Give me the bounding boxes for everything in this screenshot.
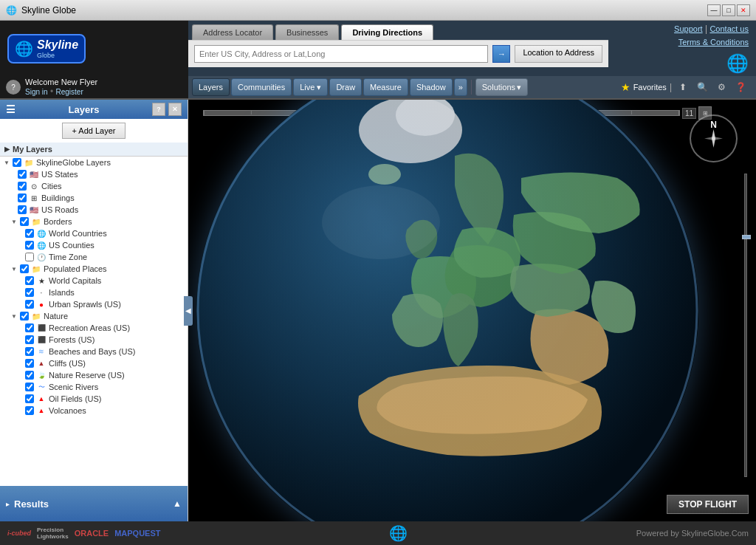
cities-checkbox[interactable]	[18, 182, 27, 191]
support-link[interactable]: Support	[674, 24, 703, 33]
more-tools-button[interactable]: »	[454, 78, 467, 96]
forests-icon: ⬛	[36, 335, 47, 345]
skylineglobe-layers-checkbox[interactable]	[13, 158, 21, 167]
powered-by-text: Powered by SkylineGlobe.Com	[636, 529, 749, 538]
oil-fields-icon: ▲	[36, 394, 47, 404]
terms-link[interactable]: Terms & Conditions	[678, 38, 749, 47]
help-icon[interactable]: ❓	[732, 79, 749, 95]
compass[interactable]: N	[690, 114, 738, 162]
us-states-icon: 🇺🇸	[29, 169, 39, 179]
us-states-checkbox[interactable]	[18, 170, 27, 179]
location-to-address-button[interactable]: Location to Address	[515, 45, 602, 63]
results-collapse-icon[interactable]: ▲	[173, 498, 182, 509]
nature-reserve-checkbox[interactable]	[25, 371, 34, 380]
nav-tabs: Address Locator Businesses Driving Direc…	[188, 21, 608, 40]
zoom-track[interactable]	[744, 174, 747, 477]
oil-fields-checkbox[interactable]	[25, 394, 34, 403]
search-input[interactable]	[194, 45, 488, 63]
welcome-text: Welcome New Flyer	[25, 78, 97, 86]
bottom-bar: i-cubed PrecisionLightworks ORACLE MAPQU…	[0, 521, 756, 545]
layers-close-icon[interactable]: ✕	[168, 103, 182, 116]
layer-borders-group: ▼ 📁 Borders	[0, 216, 188, 227]
volcanoes-label: Volcanoes	[49, 406, 86, 415]
minimize-button[interactable]: —	[707, 4, 721, 16]
globe-view[interactable]: 11 ⊞	[188, 100, 756, 521]
stop-flight-button[interactable]: STOP FLIGHT	[667, 495, 749, 514]
islands-checkbox[interactable]	[25, 288, 34, 297]
cliffs-icon: ▲	[36, 358, 47, 369]
recreation-areas-checkbox[interactable]	[25, 323, 34, 332]
draw-tool-button[interactable]: Draw	[329, 78, 362, 96]
layers-help-icon[interactable]: ?	[152, 103, 165, 116]
world-capitals-icon: ★	[36, 275, 47, 286]
close-button[interactable]: ✕	[737, 4, 750, 16]
cities-icon: ⊙	[29, 181, 39, 191]
communities-tool-button[interactable]: Communities	[231, 78, 292, 96]
zoom-thumb[interactable]	[742, 235, 751, 239]
live-tool-button[interactable]: Live ▾	[293, 78, 328, 96]
zoom-slider[interactable]	[741, 174, 750, 477]
scenic-rivers-checkbox[interactable]	[25, 383, 34, 391]
favorites-star-icon: ★	[621, 81, 630, 93]
us-roads-checkbox[interactable]	[18, 205, 27, 214]
cliffs-checkbox[interactable]	[25, 359, 34, 368]
nature-checkbox[interactable]	[20, 312, 29, 321]
world-capitals-checkbox[interactable]	[25, 276, 34, 285]
add-layer-button[interactable]: + Add Layer	[62, 123, 125, 139]
us-counties-checkbox[interactable]	[25, 241, 34, 250]
nav-globe-icon: 🌐	[726, 53, 749, 73]
shadow-tool-button[interactable]: Shadow	[410, 78, 453, 96]
signin-links: Sign in • Register	[25, 86, 97, 97]
volcanoes-checkbox[interactable]	[25, 406, 34, 415]
urban-sprawls-checkbox[interactable]	[25, 300, 34, 309]
forests-checkbox[interactable]	[25, 335, 34, 344]
titlebar-controls[interactable]: — □ ✕	[707, 4, 750, 16]
buildings-checkbox[interactable]	[18, 193, 27, 202]
register-link[interactable]: Register	[55, 88, 83, 96]
us-counties-label: US Counties	[49, 241, 94, 250]
my-layers-triangle[interactable]: ▶	[4, 145, 10, 153]
layers-panel-icon: ☰	[6, 103, 16, 115]
logo-text-area: Skyline Globe	[37, 38, 78, 59]
maximize-button[interactable]: □	[722, 4, 735, 16]
tab-address-locator[interactable]: Address Locator	[192, 24, 273, 40]
search-go-button[interactable]: →	[492, 45, 510, 63]
settings-icon[interactable]: ⚙	[713, 79, 729, 95]
layers-tool-button[interactable]: Layers	[192, 78, 230, 96]
upload-icon[interactable]: ⬆	[675, 79, 691, 95]
logo: 🌐 Skyline Globe	[7, 34, 86, 64]
globe[interactable]	[196, 100, 698, 521]
us-roads-label: US Roads	[41, 205, 78, 214]
borders-checkbox[interactable]	[20, 217, 29, 226]
oil-fields-label: Oil Fields (US)	[49, 394, 102, 403]
group-expand-icon[interactable]: ▼	[3, 159, 10, 166]
layer-cliffs: ▲ Cliffs (US)	[0, 357, 188, 369]
favorites-label[interactable]: Favorites	[633, 83, 667, 92]
populated-places-checkbox[interactable]	[20, 264, 29, 273]
logo-globe-icon: 🌐	[15, 40, 33, 58]
solutions-button[interactable]: Solutions ▾	[475, 78, 528, 96]
nature-expand-icon[interactable]: ▼	[10, 312, 18, 320]
islands-icon: ·	[36, 287, 47, 298]
beaches-bays-checkbox[interactable]	[25, 347, 34, 356]
measure-tool-button[interactable]: Measure	[363, 78, 408, 96]
tab-businesses[interactable]: Businesses	[275, 24, 339, 40]
solutions-dropdown-icon: ▾	[517, 83, 521, 92]
layers-content[interactable]: + Add Layer ▶ My Layers ▼ 📁 SkylineGlobe…	[0, 119, 188, 486]
results-expand-icon[interactable]: ▸	[6, 500, 10, 508]
layer-forests: ⬛ Forests (US)	[0, 334, 188, 346]
time-zone-checkbox[interactable]	[25, 253, 34, 261]
scenic-rivers-icon: 〜	[36, 382, 47, 392]
search-icon[interactable]: 🔍	[694, 79, 710, 95]
sidebar-collapse-arrow[interactable]: ◀	[184, 296, 193, 326]
tab-driving-directions[interactable]: Driving Directions	[341, 24, 433, 40]
world-countries-checkbox[interactable]	[25, 229, 34, 238]
signin-link[interactable]: Sign in	[25, 88, 48, 96]
populated-expand-icon[interactable]: ▼	[10, 265, 18, 272]
titlebar-left: 🌐 Skyline Globe	[6, 5, 76, 16]
contact-link[interactable]: Contact us	[709, 24, 749, 33]
urban-sprawls-icon: ●	[36, 299, 47, 309]
cities-label: Cities	[41, 182, 62, 191]
svg-marker-20	[704, 137, 723, 140]
borders-expand-icon[interactable]: ▼	[10, 218, 18, 225]
